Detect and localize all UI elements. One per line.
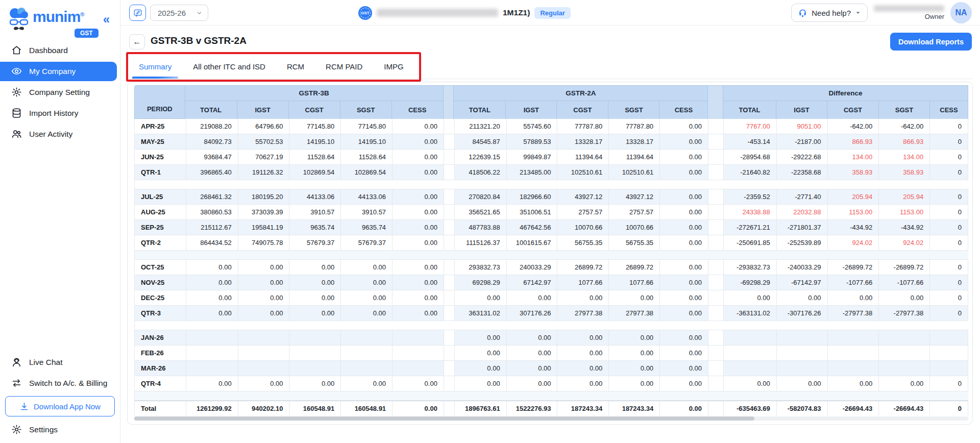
gstr3b-cgst-cell: 102869.54 (289, 165, 341, 180)
sidebar-item-live-chat[interactable]: Live Chat (0, 352, 120, 373)
column-group-gstr-2a: GSTR-2ATOTALIGSTCGSTSGSTCESS (454, 85, 708, 119)
diff-cgst-cell: -434.92 (828, 220, 879, 235)
gstr2a-igst-cell: 57889.53 (507, 134, 558, 149)
sidebar-item-company-setting[interactable]: Company Setting (0, 82, 120, 103)
download-icon (19, 402, 29, 411)
sidebar-collapse-icon[interactable]: « (103, 13, 110, 26)
column-header-difference-cess: CESS (930, 101, 968, 119)
sidebar-item-settings[interactable]: Settings (0, 419, 120, 440)
spacer-cell (708, 150, 724, 164)
diff-cess-cell (930, 361, 968, 376)
gstr2a-sgst-cell: 0.00 (609, 330, 660, 345)
period-cell: Total (135, 401, 186, 416)
diff-total-cell: 24338.88 (724, 205, 777, 219)
gstr3b-igst-cell: 749075.78 (238, 235, 290, 250)
feedback-compose-button[interactable] (129, 5, 146, 21)
registered-mark: ® (80, 11, 84, 17)
diff-total-cell (724, 346, 777, 360)
spacer-cell (444, 306, 455, 321)
gstr2a-total-cell: 0.00 (455, 346, 507, 360)
spacer-cell (708, 275, 724, 290)
column-group-gstr-3b: GSTR-3BTOTALIGSTCGSTSGSTCESS (185, 85, 444, 119)
gstr2a-sgst-cell: 11394.64 (609, 150, 660, 164)
financial-year-select[interactable]: 2025-26 (150, 5, 208, 21)
avatar[interactable]: NA (950, 2, 972, 23)
tab-rcm[interactable]: RCM (287, 55, 304, 79)
diff-cgst-cell: 924.02 (828, 235, 879, 250)
gstr2a-sgst-cell: 187243.34 (609, 401, 660, 416)
diff-cess-cell: 0 (930, 150, 968, 164)
gstr3b-total-cell: 864434.52 (186, 235, 238, 250)
diff-sgst-cell (879, 346, 930, 360)
gstr2a-igst-cell: 213485.00 (507, 165, 558, 180)
registration-type-badge: Regular (534, 7, 570, 19)
gstr3b-total-cell (186, 346, 238, 360)
gstr3b-igst-cell: 55702.53 (238, 134, 290, 149)
column-header-difference-igst: IGST (776, 101, 827, 119)
diff-cgst-cell: -26899.72 (828, 260, 879, 275)
spacer-row (135, 321, 968, 330)
sidebar-item-dashboard[interactable]: Dashboard (0, 40, 120, 61)
gstr3b-sgst-cell (341, 346, 393, 360)
table-row-jan-26: JAN-260.000.000.000.000.00 (135, 330, 968, 346)
spacer-cell (708, 346, 724, 360)
diff-cess-cell: 0 (930, 306, 968, 321)
diff-cgst-cell: -26694.43 (828, 401, 879, 416)
sidebar-item-switch-to-a-c-billing[interactable]: Switch to A/c. & Billing (0, 373, 120, 393)
table-row-dec-25: DEC-250.000.000.000.000.000.000.000.000.… (135, 290, 968, 306)
diff-sgst-cell: 924.02 (879, 235, 930, 250)
gstr3b-sgst-cell: 9635.74 (341, 220, 393, 235)
period-cell: JUN-25 (135, 150, 186, 164)
gstr3b-sgst-cell: 0.00 (341, 306, 393, 321)
spacer-cell (444, 260, 455, 275)
gstr2a-cess-cell: 0.00 (660, 401, 708, 416)
gstr3b-total-cell: 380860.53 (186, 205, 238, 219)
gstr2a-igst-cell: 0.00 (507, 330, 558, 345)
gstr3b-cgst-cell: 160548.91 (289, 401, 341, 416)
sidebar-item-my-company[interactable]: My Company (0, 62, 117, 81)
diff-cgst-cell (828, 361, 879, 376)
gstr3b-cgst-cell: 77145.80 (289, 119, 341, 134)
download-reports-button[interactable]: Download Reports (890, 33, 972, 51)
company-header: GST 1M1Z1) Regular (358, 0, 571, 26)
gear-icon (11, 87, 22, 97)
diff-sgst-cell: -642.00 (879, 119, 930, 134)
tab-impg[interactable]: IMPG (384, 55, 403, 79)
sidebar-item-user-activity[interactable]: User Activity (0, 124, 120, 144)
gstr2a-total-cell: 0.00 (455, 376, 507, 391)
support-person-icon (11, 357, 22, 367)
gstr2a-igst-cell: 351006.51 (507, 205, 558, 219)
user-block: Owner (874, 5, 944, 20)
download-app-button[interactable]: Download App Now (5, 396, 115, 416)
gstr3b-igst-cell: 0.00 (238, 290, 290, 305)
sidebar-item-import-history[interactable]: Import History (0, 103, 120, 124)
home-icon (11, 45, 22, 56)
gstr3b-cess-cell: 0.00 (393, 189, 444, 204)
gear-icon (11, 424, 22, 435)
tab-all-other-itc-and-isd[interactable]: All other ITC and ISD (193, 55, 265, 79)
horizontal-scrollbar-thumb[interactable] (134, 416, 754, 421)
gstr2a-total-cell: 122639.15 (455, 150, 507, 164)
spacer-cell (444, 275, 455, 290)
spacer-cell (708, 189, 724, 204)
diff-cess-cell (930, 330, 968, 345)
gstr3b-total-cell: 215112.67 (186, 220, 238, 235)
sidebar-item-label: Import History (29, 109, 78, 118)
gstr2a-cgst-cell: 2757.57 (557, 205, 609, 219)
spacer-cell (708, 134, 724, 149)
gstr2a-cgst-cell: 13328.17 (557, 134, 609, 149)
gstr3b-cgst-cell (289, 361, 341, 376)
diff-igst-cell: -582074.83 (777, 401, 828, 416)
gstr3b-sgst-cell: 102869.54 (341, 165, 393, 180)
spacer-row (135, 251, 968, 260)
diff-total-cell (724, 330, 777, 345)
need-help-button[interactable]: Need help? (791, 4, 868, 22)
tab-rcm-paid[interactable]: RCM PAID (326, 55, 362, 79)
tab-summary[interactable]: Summary (139, 55, 172, 79)
gstr2a-cess-cell: 0.00 (660, 346, 708, 360)
gstr2a-igst-cell: 0.00 (507, 346, 558, 360)
table-total-row: Total1261299.92940202.10160548.91160548.… (135, 401, 968, 416)
gstr2a-sgst-cell: 26899.72 (609, 260, 660, 275)
diff-cess-cell: 0 (930, 189, 968, 204)
back-button[interactable]: ← (129, 34, 145, 50)
